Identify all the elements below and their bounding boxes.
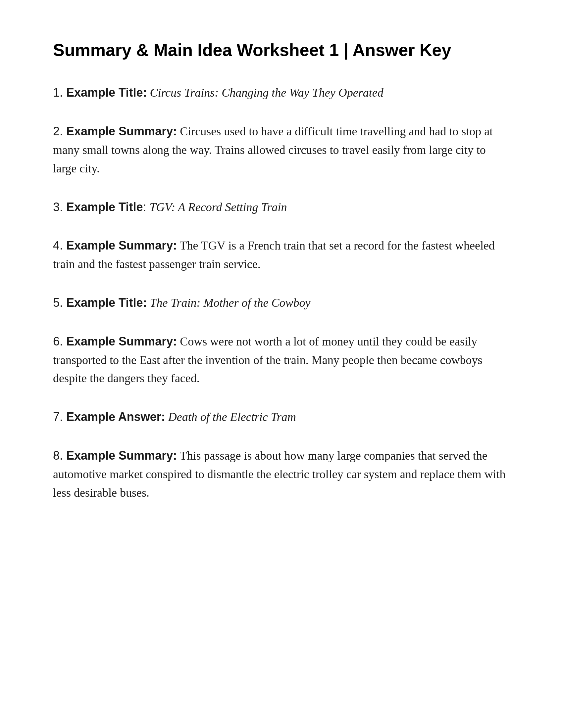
items-container: 1. Example Title: Circus Trains: Changin… (53, 83, 510, 502)
item-label: Example Summary: (66, 449, 177, 462)
item-number: 1. (53, 86, 66, 99)
list-item: 4. Example Summary: The TGV is a French … (53, 236, 510, 274)
item-label: Example Answer: (66, 410, 165, 424)
item-label: Example Title: (66, 86, 147, 99)
item-label: Example Summary: (66, 124, 177, 138)
item-number: 4. (53, 239, 66, 252)
item-content: TGV: A Record Setting Train (149, 201, 287, 214)
item-content: Circus Trains: Changing the Way They Ope… (147, 86, 383, 99)
item-number: 6. (53, 335, 66, 348)
item-label: Example Title (66, 200, 143, 214)
item-colon: : (143, 200, 149, 214)
page-title: Summary & Main Idea Worksheet 1 | Answer… (53, 40, 510, 60)
list-item: 3. Example Title: TGV: A Record Setting … (53, 198, 510, 217)
list-item: 5. Example Title: The Train: Mother of t… (53, 294, 510, 312)
list-item: 1. Example Title: Circus Trains: Changin… (53, 83, 510, 102)
list-item: 7. Example Answer: Death of the Electric… (53, 408, 510, 427)
item-label: Example Summary: (66, 335, 177, 348)
item-label: Example Title: (66, 296, 147, 309)
item-number: 5. (53, 296, 66, 309)
item-content: Death of the Electric Tram (165, 410, 296, 424)
item-number: 8. (53, 449, 66, 462)
list-item: 2. Example Summary: Circuses used to hav… (53, 122, 510, 178)
item-label: Example Summary: (66, 239, 177, 252)
item-number: 7. (53, 410, 66, 424)
item-number: 2. (53, 124, 66, 138)
list-item: 8. Example Summary: This passage is abou… (53, 446, 510, 502)
item-content: The Train: Mother of the Cowboy (147, 296, 310, 309)
page: Summary & Main Idea Worksheet 1 | Answer… (0, 0, 563, 728)
list-item: 6. Example Summary: Cows were not worth … (53, 332, 510, 388)
item-number: 3. (53, 200, 66, 214)
